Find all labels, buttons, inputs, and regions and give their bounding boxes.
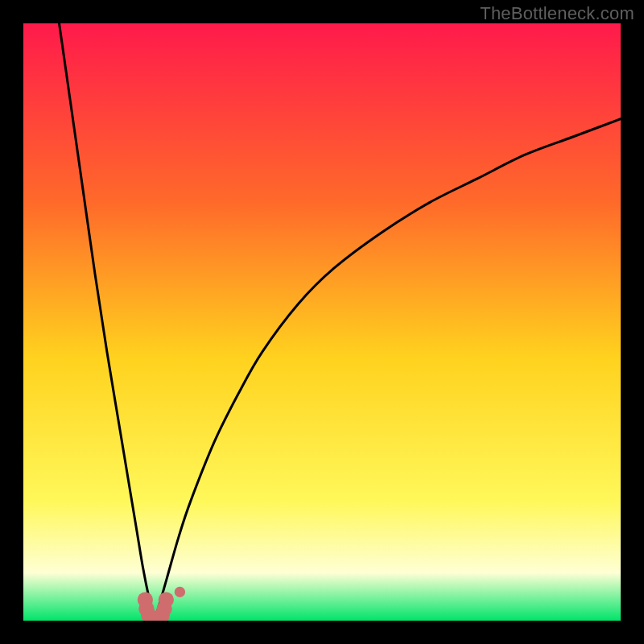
plot-svg — [23, 23, 621, 621]
watermark-text: TheBottleneck.com — [480, 3, 634, 24]
trough-marker-dot — [175, 587, 185, 597]
chart-frame: TheBottleneck.com — [0, 0, 644, 644]
gradient-background — [23, 23, 621, 621]
trough-marker-dot — [159, 592, 174, 607]
plot-area — [23, 23, 621, 621]
